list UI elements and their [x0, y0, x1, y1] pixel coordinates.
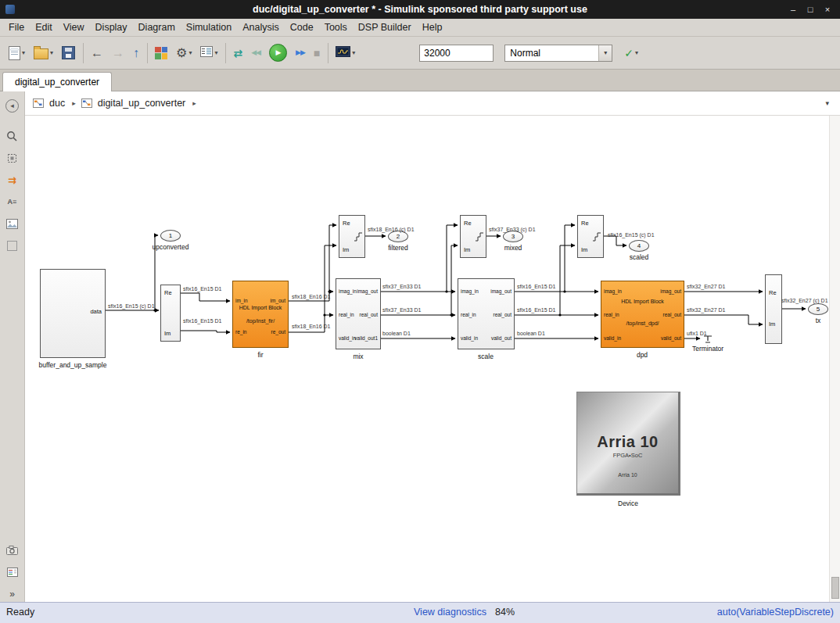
menu-item-diagram[interactable]: Diagram: [133, 20, 181, 34]
model-canvas[interactable]: data buffer_and_up_sample Re Im 1 upconv…: [25, 116, 840, 602]
fir-block-label: fir: [257, 351, 263, 359]
run-icon: ▶: [269, 44, 287, 62]
sim-mode-select[interactable]: Normal ▾: [504, 45, 612, 62]
menu-item-dsp-builder[interactable]: DSP Builder: [353, 20, 417, 34]
close-button[interactable]: ×: [821, 5, 834, 14]
model-explorer-button[interactable]: ▾: [198, 44, 220, 63]
solver-status[interactable]: auto(VariableStepDiscrete): [717, 603, 834, 622]
tab-digital-up-converter[interactable]: digital_up_converter: [2, 72, 112, 91]
vertical-scrollbar[interactable]: [829, 116, 840, 602]
signal-label: sfix37_En33 D1: [382, 307, 421, 313]
real-imag-to-complex-block-1[interactable]: Re Im: [339, 215, 365, 258]
signal-label: sfix18_En16 D1: [292, 294, 330, 299]
build-button[interactable]: ✓ ▾: [622, 45, 641, 61]
im-label: Im: [464, 246, 470, 253]
device-title: Arria 10: [577, 433, 678, 451]
menu-item-display[interactable]: Display: [90, 20, 133, 34]
model-settings-button[interactable]: ⚙ ▾: [174, 45, 194, 62]
mix-out2-label: real_out: [360, 312, 379, 318]
new-model-icon: [9, 46, 20, 60]
run-button[interactable]: ▶: [267, 41, 289, 64]
outport-3-label: mixed: [504, 244, 522, 252]
signal-wires[interactable]: [25, 116, 840, 602]
outport-2[interactable]: 2: [388, 231, 408, 242]
new-model-button[interactable]: ▾: [6, 44, 27, 63]
im-label: Im: [581, 246, 587, 253]
step-glyph-icon: [475, 231, 484, 242]
dpd-in2-label: real_in: [604, 312, 619, 318]
scrollbar-thumb[interactable]: [831, 577, 839, 599]
sim-mode-value: Normal: [505, 48, 598, 59]
zoom-button[interactable]: [3, 127, 22, 145]
image-button[interactable]: [3, 215, 22, 232]
signal-label: sfix16_En15 D1: [183, 318, 221, 324]
re-label: Re: [464, 220, 472, 227]
viewmark-button[interactable]: [3, 542, 22, 559]
buffer-out-port-label: data: [90, 308, 102, 315]
library-browser-button[interactable]: [153, 45, 170, 62]
expand-palette-button[interactable]: »: [3, 585, 22, 603]
toolbar-separator: [225, 43, 226, 63]
scale-block[interactable]: imag_in imag_out real_in real_out valid_…: [458, 278, 515, 349]
dpd-line2: /top/inst_dpd/: [601, 320, 684, 326]
back-icon: ←: [91, 47, 103, 59]
step-forward-button[interactable]: ▶▶: [293, 47, 307, 59]
real-imag-to-complex-block-2[interactable]: Re Im: [460, 215, 486, 258]
back-button[interactable]: ←: [88, 45, 106, 62]
update-diagram-button[interactable]: ⇄: [231, 45, 245, 61]
buffer-and-upsample-block[interactable]: data: [40, 269, 106, 358]
menu-item-code[interactable]: Code: [285, 20, 319, 34]
signal-label: ufix1 D1: [687, 331, 707, 336]
outport-5[interactable]: 5: [808, 303, 828, 315]
outport-1[interactable]: 1: [160, 230, 181, 242]
maximize-button[interactable]: □: [804, 5, 817, 14]
menu-item-help[interactable]: Help: [417, 20, 448, 34]
sim-stop-time-input[interactable]: [419, 45, 494, 62]
mix-block[interactable]: imag_in imag_out real_in real_out valid_…: [336, 278, 381, 349]
combo-caret-icon: ▾: [598, 45, 612, 61]
real-imag-to-complex-block-3[interactable]: Re Im: [577, 215, 604, 258]
breadcrumb: duc ▸ digital_up_converter ▸ ▾: [25, 91, 840, 116]
legend-button[interactable]: [3, 564, 22, 581]
menu-item-analysis[interactable]: Analysis: [237, 20, 285, 34]
menu-item-file[interactable]: File: [3, 20, 30, 34]
area-box-button[interactable]: [3, 237, 22, 254]
annotation-button[interactable]: A≡: [3, 193, 22, 210]
menu-item-edit[interactable]: Edit: [30, 20, 58, 34]
minimize-button[interactable]: –: [787, 5, 799, 14]
hide-browser-button[interactable]: ◂: [3, 97, 22, 114]
stop-button[interactable]: ■: [311, 45, 322, 61]
direction-button[interactable]: ⇉: [3, 171, 22, 188]
breadcrumb-item-duc[interactable]: duc: [48, 96, 66, 110]
menu-item-view[interactable]: View: [58, 20, 90, 34]
left-toolstrip: ◂ ⇉ A≡ »: [0, 91, 25, 602]
legend-icon: [7, 568, 18, 577]
complex-to-real-imag-block[interactable]: Re Im: [160, 285, 181, 342]
fit-to-view-button[interactable]: [3, 149, 22, 166]
outport-1-number: 1: [169, 232, 172, 239]
breadcrumb-item-digital-up-converter[interactable]: digital_up_converter: [96, 96, 188, 110]
view-diagnostics-link[interactable]: View diagnostics: [414, 603, 486, 622]
subsystem-icon: [81, 98, 92, 108]
forward-button[interactable]: →: [109, 45, 127, 62]
outport-4[interactable]: 4: [629, 240, 649, 252]
arria10-device-block[interactable]: Arria 10 FPGA•SoC Arria 10: [576, 392, 680, 496]
signal-label: boolean D1: [382, 331, 411, 336]
signal-label: sfix32_En27 D1: [687, 284, 725, 289]
menu-item-simulation[interactable]: Simulation: [181, 20, 237, 34]
step-back-button[interactable]: ◀◀: [249, 47, 263, 59]
breadcrumb-dropdown[interactable]: ▾: [825, 99, 832, 107]
step-glyph-icon: [592, 231, 601, 242]
save-button[interactable]: [59, 44, 77, 62]
dpd-hdl-import-block[interactable]: imag_in imag_out HDL Import Block real_i…: [601, 281, 684, 348]
menu-item-tools[interactable]: Tools: [319, 20, 353, 34]
outport-3[interactable]: 3: [503, 231, 523, 242]
scope-icon: [336, 46, 350, 60]
open-button[interactable]: ▾: [31, 44, 56, 62]
simulation-display-button[interactable]: ▾: [333, 44, 357, 63]
signal-label: sfix18_En16 D1: [292, 324, 330, 329]
signal-label: sfix37_En33 D1: [382, 284, 421, 289]
up-button[interactable]: ↑: [131, 45, 142, 62]
fir-hdl-import-block[interactable]: im_in im_out HDL Import Block /top/inst_…: [232, 281, 289, 348]
real-imag-to-complex-block-tx[interactable]: Re Im: [765, 274, 782, 344]
